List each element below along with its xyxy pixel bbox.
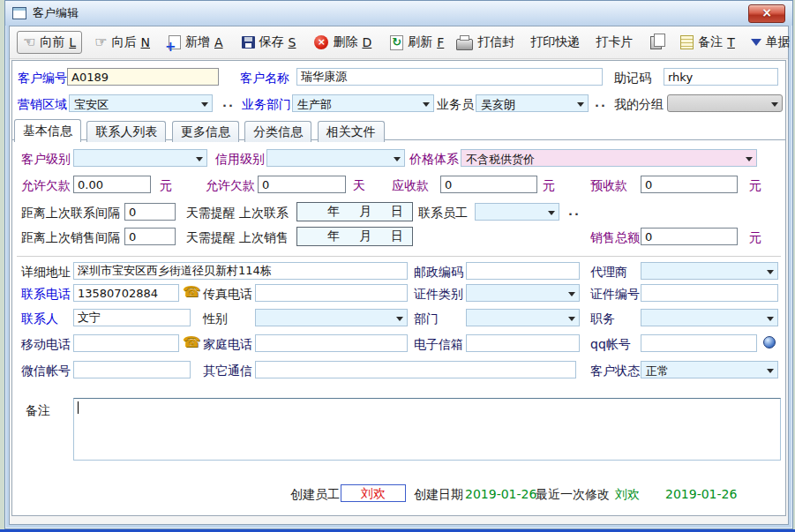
tab-contact-list[interactable]: 联系人列表 — [86, 121, 166, 142]
gender-select[interactable] — [255, 309, 408, 326]
titlebar[interactable]: 客户编辑 × — [5, 1, 792, 26]
hand-right-icon: ☞ — [94, 36, 107, 49]
add-icon — [169, 35, 181, 49]
salesman-select[interactable]: 吴亥朗 — [476, 94, 589, 112]
contact-gap-input[interactable] — [124, 203, 176, 221]
address-input[interactable] — [73, 262, 408, 280]
wechat-input[interactable] — [73, 361, 191, 378]
creator-value: 刘欢 — [341, 484, 406, 502]
arrow-down-icon — [751, 39, 761, 51]
job-label: 职务 — [590, 311, 615, 327]
remark-textarea[interactable] — [73, 398, 781, 461]
agent-select[interactable] — [641, 262, 778, 280]
debt-money-label: 允许欠款 — [21, 178, 71, 194]
tab-category-info[interactable]: 分类信息 — [244, 121, 311, 142]
refresh-icon: ↻ — [390, 35, 403, 50]
last-sale-date[interactable]: 年月日 — [296, 227, 413, 246]
toolbar-right-group: 打信封 打印快递 打卡片 备注T 单据 — [450, 30, 795, 55]
section-divider — [17, 256, 781, 257]
print-card-button[interactable]: 打卡片 — [589, 31, 639, 54]
customer-no-input[interactable] — [67, 68, 219, 86]
modified-date-value: 2019-01-26 — [665, 487, 737, 501]
job-select[interactable] — [641, 309, 778, 326]
tab-related-files[interactable]: 相关文件 — [318, 121, 385, 142]
tab-basic-info[interactable]: 基本信息 — [14, 119, 81, 142]
form-client-area: 客户编号 客户名称 助记码 营销区域 宝安区 .. 业务部门 生产部 业务员 吴… — [11, 60, 786, 516]
phone-input[interactable] — [73, 284, 179, 302]
price-system-select[interactable]: 不含税供货价 — [461, 149, 757, 167]
salesman-label: 业务员 — [437, 97, 474, 113]
credit-select[interactable] — [266, 149, 405, 167]
credit-label: 信用级别 — [215, 152, 265, 168]
dept-label: 业务部门 — [242, 97, 291, 113]
salesman-browse-button[interactable]: .. — [595, 96, 607, 109]
remark-label: 备注 — [26, 403, 50, 419]
other-comm-input[interactable] — [255, 361, 576, 378]
fax-input[interactable] — [255, 284, 408, 302]
home-phone-input[interactable] — [255, 334, 408, 352]
idno-input[interactable] — [641, 284, 778, 302]
tab-more-info[interactable]: 更多信息 — [172, 121, 239, 142]
status-label: 客户状态 — [590, 363, 640, 379]
receivable-input[interactable] — [440, 176, 537, 193]
add-button[interactable]: 新增A — [162, 31, 229, 54]
debt-days-input[interactable] — [258, 176, 346, 193]
total-sales-label: 销售总额 — [590, 230, 640, 246]
contact-staff-select[interactable] — [475, 203, 559, 221]
total-sales-input[interactable] — [641, 228, 738, 245]
note-button[interactable]: 备注T — [674, 31, 741, 54]
yuan-label: 元 — [160, 178, 172, 194]
home-phone-label: 家庭电话 — [203, 337, 252, 353]
email-label: 电子信箱 — [414, 337, 463, 353]
prev-button[interactable]: ☜ 向前L — [17, 31, 82, 54]
other-comm-label: 其它通信 — [203, 363, 252, 379]
customer-name-input[interactable] — [296, 68, 603, 86]
print-express-button[interactable]: 打印快递 — [524, 31, 586, 54]
status-select[interactable]: 正常 — [641, 361, 778, 378]
save-button[interactable]: 保存S — [236, 31, 303, 54]
refresh-button[interactable]: ↻ 刷新F — [384, 31, 450, 54]
idtype-select[interactable] — [466, 284, 580, 302]
tian-label: 天 — [353, 178, 365, 194]
close-button[interactable]: × — [748, 4, 785, 23]
receivable-label: 应收款 — [392, 178, 429, 194]
qq-label: qq帐号 — [590, 337, 631, 353]
region-select[interactable]: 宝安区 — [69, 94, 213, 112]
globe-icon[interactable] — [763, 336, 776, 348]
dept-select[interactable]: 生产部 — [292, 94, 434, 112]
contact-input[interactable] — [73, 309, 191, 326]
idno-label: 证件编号 — [590, 287, 640, 303]
phone-icon[interactable]: ☎ — [183, 334, 200, 350]
zip-input[interactable] — [466, 262, 580, 280]
prepaid-label: 预收款 — [590, 178, 627, 194]
chevron-down-icon — [568, 317, 575, 325]
qq-input[interactable] — [641, 334, 757, 352]
delete-button[interactable]: × 删除D — [308, 31, 378, 54]
notepad-icon — [680, 35, 694, 49]
sale-gap-input[interactable] — [124, 228, 176, 245]
debt-money-input[interactable] — [73, 176, 151, 193]
group-select[interactable] — [667, 94, 783, 112]
chevron-down-icon — [771, 102, 778, 110]
bill-button[interactable]: 单据 — [745, 30, 795, 55]
contact-staff-browse-button[interactable]: .. — [568, 205, 581, 218]
customer-edit-window: 客户编辑 × ☜ 向前L ☞ 向后N 新增A 保存S — [4, 0, 793, 529]
phone-icon[interactable]: ☎ — [183, 284, 200, 300]
mobile-input[interactable] — [73, 334, 179, 352]
region-browse-button[interactable]: .. — [222, 96, 235, 109]
print-envelope-button[interactable]: 打信封 — [450, 31, 521, 54]
last-contact-date[interactable]: 年月日 — [296, 202, 413, 221]
phone-label: 联系电话 — [21, 287, 71, 303]
next-button[interactable]: ☞ 向后N — [88, 31, 156, 54]
level-select[interactable] — [73, 149, 207, 167]
contact-gap-label: 距离上次联系间隔 — [21, 206, 120, 221]
prepaid-input[interactable] — [641, 176, 738, 193]
zip-label: 邮政编码 — [414, 265, 463, 281]
dept2-label: 部门 — [414, 311, 439, 327]
dept2-select[interactable] — [466, 309, 580, 326]
customer-name-label: 客户名称 — [240, 71, 289, 86]
email-input[interactable] — [466, 334, 580, 352]
window-body: ☜ 向前L ☞ 向后N 新增A 保存S × 删除D — [9, 26, 789, 525]
print-copies-button[interactable] — [642, 33, 671, 53]
mnemonic-input[interactable] — [664, 68, 778, 86]
